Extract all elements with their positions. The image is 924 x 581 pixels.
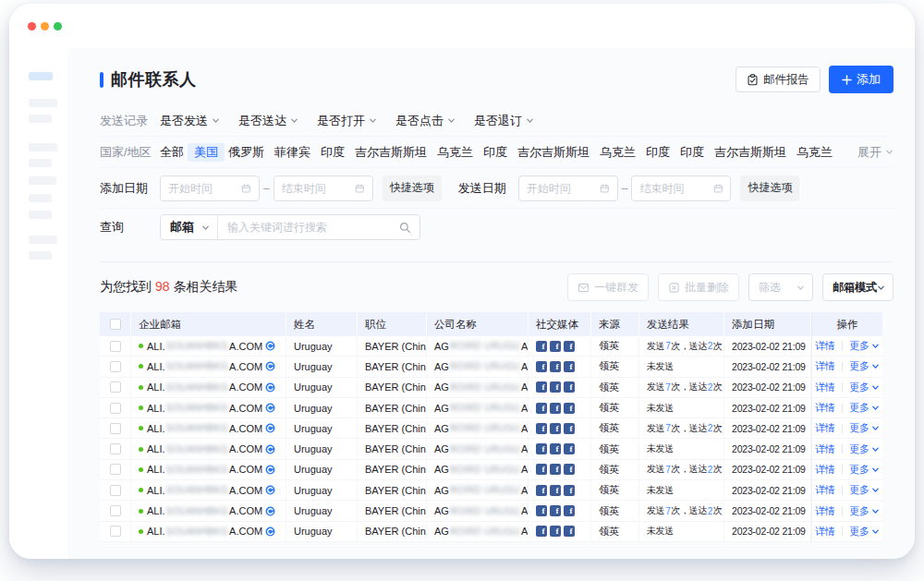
row-detail-link[interactable]: 详情 — [815, 359, 835, 373]
row-checkbox[interactable] — [110, 464, 121, 475]
send-date-start-input[interactable] — [518, 176, 618, 201]
row-detail-link[interactable]: 详情 — [815, 421, 835, 435]
add-date-start-input[interactable] — [160, 176, 260, 201]
facebook-icon[interactable]: f — [564, 526, 575, 537]
filter-dropdown[interactable]: 是否点击 — [395, 113, 456, 129]
row-more-link[interactable]: 更多 — [849, 421, 880, 435]
row-detail-link[interactable]: 详情 — [815, 483, 835, 497]
row-checkbox[interactable] — [110, 443, 121, 454]
facebook-icon[interactable]: f — [550, 526, 561, 537]
facebook-icon[interactable]: f — [564, 341, 575, 352]
facebook-icon[interactable]: f — [564, 381, 575, 393]
region-item[interactable]: 印度 — [680, 144, 704, 161]
facebook-icon[interactable]: f — [536, 423, 547, 434]
row-checkbox[interactable] — [110, 485, 121, 496]
add-date-end-input[interactable] — [274, 176, 373, 201]
row-more-link[interactable]: 更多 — [849, 339, 880, 353]
facebook-icon[interactable]: f — [536, 443, 547, 454]
row-checkbox[interactable] — [110, 526, 121, 537]
filter-select[interactable]: 筛选 — [748, 273, 813, 301]
send-date-end-input[interactable] — [631, 176, 731, 201]
facebook-icon[interactable]: f — [536, 526, 547, 537]
region-item[interactable]: 吉尔吉斯斯坦 — [714, 144, 786, 161]
region-item[interactable]: 乌克兰 — [437, 144, 473, 161]
row-checkbox[interactable] — [110, 381, 121, 393]
facebook-icon[interactable]: f — [550, 381, 561, 393]
facebook-icon[interactable]: f — [550, 485, 561, 496]
facebook-icon[interactable]: f — [536, 485, 547, 496]
facebook-icon[interactable]: f — [536, 505, 547, 516]
chevron-down-icon — [796, 284, 805, 292]
facebook-icon[interactable]: f — [550, 443, 561, 454]
facebook-icon[interactable]: f — [550, 361, 561, 372]
region-item[interactable]: 全部 — [160, 144, 184, 161]
row-more-link[interactable]: 更多 — [849, 463, 880, 477]
facebook-icon[interactable]: f — [536, 403, 547, 414]
bulk-send-button[interactable]: 一键群发 — [567, 273, 649, 301]
facebook-icon[interactable]: f — [536, 464, 547, 475]
filter-dropdown[interactable]: 是否打开 — [317, 113, 377, 129]
sidebar-skeleton-bar-active[interactable] — [29, 72, 53, 80]
traffic-light-minimize[interactable] — [41, 22, 49, 30]
region-item[interactable]: 乌克兰 — [600, 144, 636, 161]
row-detail-link[interactable]: 详情 — [815, 525, 835, 539]
row-checkbox[interactable] — [110, 505, 121, 516]
row-more-link[interactable]: 更多 — [849, 381, 880, 394]
row-detail-link[interactable]: 详情 — [815, 381, 835, 394]
facebook-icon[interactable]: f — [550, 505, 561, 516]
add-date-quick-options-button[interactable]: 快捷选项 — [383, 176, 442, 201]
row-more-link[interactable]: 更多 — [849, 483, 880, 497]
row-detail-link[interactable]: 详情 — [815, 339, 835, 353]
filter-dropdown[interactable]: 是否退订 — [474, 113, 534, 129]
facebook-icon[interactable]: f — [564, 423, 575, 434]
region-item[interactable]: 印度 — [646, 144, 670, 161]
row-detail-link[interactable]: 详情 — [815, 442, 835, 456]
facebook-icon[interactable]: f — [536, 361, 547, 372]
filter-dropdown[interactable]: 是否送达 — [238, 113, 298, 129]
bulk-delete-button[interactable]: 批量删除 — [658, 273, 739, 301]
region-item[interactable]: 印度 — [321, 144, 345, 161]
region-item[interactable]: 印度 — [483, 144, 507, 161]
row-detail-link[interactable]: 详情 — [815, 401, 835, 415]
facebook-icon[interactable]: f — [536, 381, 547, 393]
add-button[interactable]: 添加 — [829, 66, 894, 93]
facebook-icon[interactable]: f — [564, 361, 575, 372]
facebook-icon[interactable]: f — [564, 505, 575, 516]
facebook-icon[interactable]: f — [550, 464, 561, 475]
facebook-icon[interactable]: f — [564, 403, 575, 414]
facebook-icon[interactable]: f — [564, 464, 575, 475]
row-more-link[interactable]: 更多 — [849, 442, 880, 456]
facebook-icon[interactable]: f — [536, 341, 547, 352]
region-item[interactable]: 俄罗斯 — [228, 144, 264, 161]
region-expand-button[interactable]: 展开 — [857, 144, 894, 161]
row-checkbox[interactable] — [110, 423, 121, 434]
facebook-icon[interactable]: f — [564, 485, 575, 496]
row-checkbox[interactable] — [110, 403, 121, 414]
select-all-checkbox[interactable] — [110, 319, 121, 330]
send-date-quick-options-button[interactable]: 快捷选项 — [740, 176, 799, 201]
region-item[interactable]: 吉尔吉斯斯坦 — [355, 144, 427, 161]
row-detail-link[interactable]: 详情 — [815, 504, 835, 518]
row-more-link[interactable]: 更多 — [849, 359, 880, 373]
traffic-light-maximize[interactable] — [54, 22, 62, 30]
mailbox-mode-select[interactable]: 邮箱模式 — [822, 273, 894, 301]
filter-dropdown[interactable]: 是否发送 — [160, 113, 220, 129]
traffic-light-close[interactable] — [28, 22, 36, 30]
region-item[interactable]: 美国 — [188, 143, 225, 162]
facebook-icon[interactable]: f — [550, 423, 561, 434]
row-more-link[interactable]: 更多 — [849, 504, 880, 518]
facebook-icon[interactable]: f — [550, 403, 561, 414]
row-checkbox[interactable] — [110, 361, 121, 372]
region-item[interactable]: 菲律宾 — [274, 144, 310, 161]
row-more-link[interactable]: 更多 — [849, 525, 880, 539]
row-detail-link[interactable]: 详情 — [815, 463, 835, 477]
query-field-select[interactable]: 邮箱 — [161, 215, 218, 239]
row-more-link[interactable]: 更多 — [849, 401, 880, 415]
facebook-icon[interactable]: f — [564, 443, 575, 454]
report-button[interactable]: 邮件报告 — [736, 67, 821, 92]
facebook-icon[interactable]: f — [550, 341, 561, 352]
region-item[interactable]: 吉尔吉斯斯坦 — [517, 144, 590, 161]
region-item[interactable]: 乌克兰 — [796, 144, 833, 161]
search-input[interactable] — [218, 221, 399, 234]
row-checkbox[interactable] — [110, 341, 121, 352]
